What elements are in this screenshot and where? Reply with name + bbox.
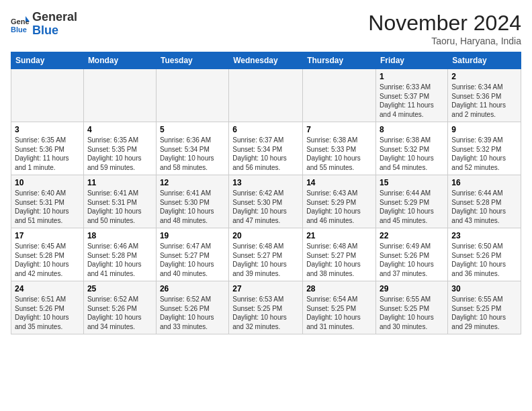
calendar-cell: [156, 69, 228, 122]
calendar-cell: 21Sunrise: 6:48 AM Sunset: 5:27 PM Dayli…: [303, 228, 376, 281]
day-info: Sunrise: 6:49 AM Sunset: 5:26 PM Dayligh…: [380, 242, 444, 278]
day-number: 6: [232, 125, 299, 134]
weekday-header-monday: Monday: [83, 52, 156, 69]
calendar-cell: 6Sunrise: 6:37 AM Sunset: 5:34 PM Daylig…: [229, 122, 303, 175]
weekday-header-tuesday: Tuesday: [156, 52, 228, 69]
calendar-header-row: SundayMondayTuesdayWednesdayThursdayFrid…: [11, 52, 521, 69]
day-number: 13: [232, 178, 299, 187]
day-info: Sunrise: 6:51 AM Sunset: 5:26 PM Dayligh…: [15, 295, 80, 331]
calendar-cell: 25Sunrise: 6:52 AM Sunset: 5:26 PM Dayli…: [83, 281, 156, 334]
day-info: Sunrise: 6:35 AM Sunset: 5:36 PM Dayligh…: [15, 136, 80, 172]
calendar-cell: 4Sunrise: 6:35 AM Sunset: 5:35 PM Daylig…: [83, 122, 156, 175]
day-info: Sunrise: 6:54 AM Sunset: 5:25 PM Dayligh…: [306, 295, 372, 331]
day-info: Sunrise: 6:52 AM Sunset: 5:26 PM Dayligh…: [87, 295, 152, 331]
calendar-cell: 23Sunrise: 6:50 AM Sunset: 5:26 PM Dayli…: [448, 228, 521, 281]
day-info: Sunrise: 6:40 AM Sunset: 5:31 PM Dayligh…: [15, 189, 80, 225]
weekday-header-thursday: Thursday: [303, 52, 376, 69]
day-info: Sunrise: 6:41 AM Sunset: 5:30 PM Dayligh…: [160, 189, 225, 225]
day-number: 22: [380, 231, 444, 240]
calendar-cell: 5Sunrise: 6:36 AM Sunset: 5:34 PM Daylig…: [156, 122, 228, 175]
calendar-cell: [11, 69, 84, 122]
day-number: 29: [380, 284, 444, 293]
calendar-week-row: 17Sunrise: 6:45 AM Sunset: 5:28 PM Dayli…: [11, 228, 521, 281]
calendar-cell: 13Sunrise: 6:42 AM Sunset: 5:30 PM Dayli…: [229, 175, 303, 228]
day-info: Sunrise: 6:48 AM Sunset: 5:27 PM Dayligh…: [306, 242, 372, 278]
day-number: 5: [160, 125, 225, 134]
day-info: Sunrise: 6:38 AM Sunset: 5:32 PM Dayligh…: [380, 136, 444, 172]
calendar-cell: 20Sunrise: 6:48 AM Sunset: 5:27 PM Dayli…: [229, 228, 303, 281]
day-info: Sunrise: 6:44 AM Sunset: 5:28 PM Dayligh…: [451, 189, 517, 225]
day-number: 25: [87, 284, 152, 293]
title-block: November 2024 Taoru, Haryana, India: [368, 11, 521, 46]
day-info: Sunrise: 6:55 AM Sunset: 5:25 PM Dayligh…: [380, 295, 444, 331]
day-number: 30: [451, 284, 517, 293]
day-info: Sunrise: 6:52 AM Sunset: 5:26 PM Dayligh…: [160, 295, 225, 331]
day-number: 27: [232, 284, 299, 293]
day-number: 3: [15, 125, 80, 134]
logo-general-text: General: [32, 10, 77, 24]
day-number: 19: [160, 231, 225, 240]
day-number: 12: [160, 178, 225, 187]
calendar-cell: 8Sunrise: 6:38 AM Sunset: 5:32 PM Daylig…: [376, 122, 448, 175]
calendar-cell: 9Sunrise: 6:39 AM Sunset: 5:32 PM Daylig…: [448, 122, 521, 175]
day-number: 15: [380, 178, 444, 187]
day-number: 2: [451, 72, 517, 81]
calendar-cell: 12Sunrise: 6:41 AM Sunset: 5:30 PM Dayli…: [156, 175, 228, 228]
calendar-table: SundayMondayTuesdayWednesdayThursdayFrid…: [11, 52, 521, 334]
calendar-cell: 24Sunrise: 6:51 AM Sunset: 5:26 PM Dayli…: [11, 281, 84, 334]
day-info: Sunrise: 6:47 AM Sunset: 5:27 PM Dayligh…: [160, 242, 225, 278]
weekday-header-wednesday: Wednesday: [229, 52, 303, 69]
calendar-cell: 2Sunrise: 6:34 AM Sunset: 5:36 PM Daylig…: [448, 69, 521, 122]
month-title: November 2024: [368, 11, 521, 36]
calendar-cell: 3Sunrise: 6:35 AM Sunset: 5:36 PM Daylig…: [11, 122, 84, 175]
day-number: 11: [87, 178, 152, 187]
day-info: Sunrise: 6:33 AM Sunset: 5:37 PM Dayligh…: [380, 83, 444, 119]
day-info: Sunrise: 6:43 AM Sunset: 5:29 PM Dayligh…: [306, 189, 372, 225]
day-info: Sunrise: 6:41 AM Sunset: 5:31 PM Dayligh…: [87, 189, 152, 225]
day-info: Sunrise: 6:36 AM Sunset: 5:34 PM Dayligh…: [160, 136, 225, 172]
day-number: 16: [451, 178, 517, 187]
day-number: 8: [380, 125, 444, 134]
calendar-cell: 22Sunrise: 6:49 AM Sunset: 5:26 PM Dayli…: [376, 228, 448, 281]
day-number: 28: [306, 284, 372, 293]
calendar-cell: 30Sunrise: 6:55 AM Sunset: 5:25 PM Dayli…: [448, 281, 521, 334]
calendar-week-row: 10Sunrise: 6:40 AM Sunset: 5:31 PM Dayli…: [11, 175, 521, 228]
day-info: Sunrise: 6:53 AM Sunset: 5:25 PM Dayligh…: [232, 295, 299, 331]
day-info: Sunrise: 6:37 AM Sunset: 5:34 PM Dayligh…: [232, 136, 299, 172]
calendar-cell: [229, 69, 303, 122]
day-info: Sunrise: 6:45 AM Sunset: 5:28 PM Dayligh…: [15, 242, 80, 278]
calendar-cell: 17Sunrise: 6:45 AM Sunset: 5:28 PM Dayli…: [11, 228, 84, 281]
calendar-cell: 10Sunrise: 6:40 AM Sunset: 5:31 PM Dayli…: [11, 175, 84, 228]
day-info: Sunrise: 6:34 AM Sunset: 5:36 PM Dayligh…: [451, 83, 517, 119]
day-info: Sunrise: 6:42 AM Sunset: 5:30 PM Dayligh…: [232, 189, 299, 225]
day-info: Sunrise: 6:44 AM Sunset: 5:29 PM Dayligh…: [380, 189, 444, 225]
day-info: Sunrise: 6:39 AM Sunset: 5:32 PM Dayligh…: [451, 136, 517, 172]
calendar-week-row: 1Sunrise: 6:33 AM Sunset: 5:37 PM Daylig…: [11, 69, 521, 122]
day-info: Sunrise: 6:35 AM Sunset: 5:35 PM Dayligh…: [87, 136, 152, 172]
calendar-cell: 7Sunrise: 6:38 AM Sunset: 5:33 PM Daylig…: [303, 122, 376, 175]
calendar-cell: 27Sunrise: 6:53 AM Sunset: 5:25 PM Dayli…: [229, 281, 303, 334]
calendar-cell: 28Sunrise: 6:54 AM Sunset: 5:25 PM Dayli…: [303, 281, 376, 334]
day-number: 23: [451, 231, 517, 240]
svg-text:Blue: Blue: [11, 26, 27, 34]
day-info: Sunrise: 6:46 AM Sunset: 5:28 PM Dayligh…: [87, 242, 152, 278]
calendar-cell: 1Sunrise: 6:33 AM Sunset: 5:37 PM Daylig…: [376, 69, 448, 122]
calendar-cell: 19Sunrise: 6:47 AM Sunset: 5:27 PM Dayli…: [156, 228, 228, 281]
day-number: 4: [87, 125, 152, 134]
weekday-header-friday: Friday: [376, 52, 448, 69]
day-number: 18: [87, 231, 152, 240]
calendar-cell: 29Sunrise: 6:55 AM Sunset: 5:25 PM Dayli…: [376, 281, 448, 334]
calendar-cell: 16Sunrise: 6:44 AM Sunset: 5:28 PM Dayli…: [448, 175, 521, 228]
logo: General Blue General Blue: [11, 11, 77, 38]
calendar-cell: [83, 69, 156, 122]
day-number: 1: [380, 72, 444, 81]
day-number: 24: [15, 284, 80, 293]
calendar-cell: [303, 69, 376, 122]
day-number: 17: [15, 231, 80, 240]
day-number: 14: [306, 178, 372, 187]
calendar-cell: 11Sunrise: 6:41 AM Sunset: 5:31 PM Dayli…: [83, 175, 156, 228]
day-number: 26: [160, 284, 225, 293]
day-info: Sunrise: 6:48 AM Sunset: 5:27 PM Dayligh…: [232, 242, 299, 278]
weekday-header-saturday: Saturday: [448, 52, 521, 69]
day-info: Sunrise: 6:55 AM Sunset: 5:25 PM Dayligh…: [451, 295, 517, 331]
